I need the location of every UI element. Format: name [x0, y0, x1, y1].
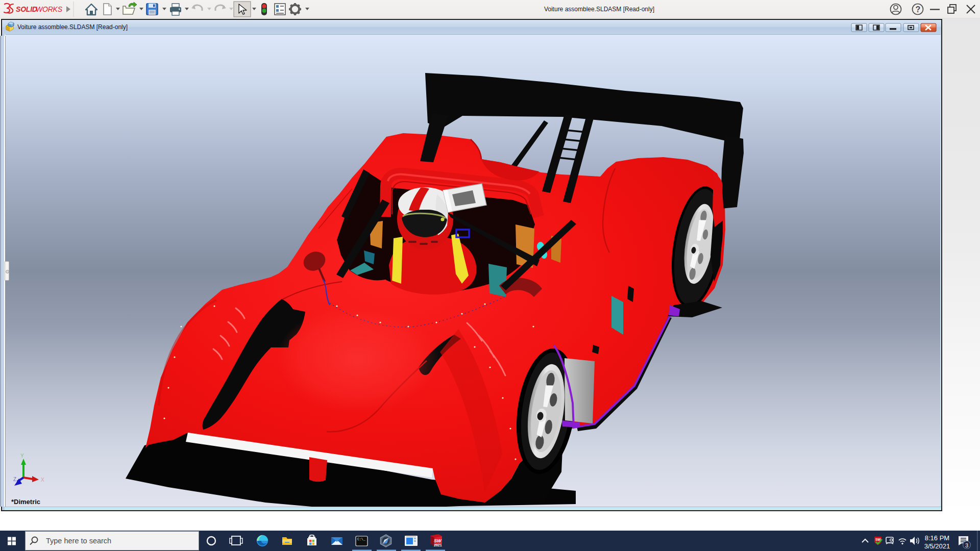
svg-text:3/5/2021: 3/5/2021 — [924, 542, 950, 550]
svg-text:X: X — [41, 477, 44, 483]
svg-text:C:\_: C:\_ — [357, 538, 365, 541]
svg-text:3: 3 — [965, 542, 968, 548]
svg-text:Z: Z — [13, 477, 16, 482]
svg-text:Y: Y — [20, 453, 24, 459]
svg-text:SW: SW — [434, 538, 442, 543]
svg-text:2021: 2021 — [434, 543, 442, 547]
svg-text:8:16 PM: 8:16 PM — [925, 534, 949, 542]
